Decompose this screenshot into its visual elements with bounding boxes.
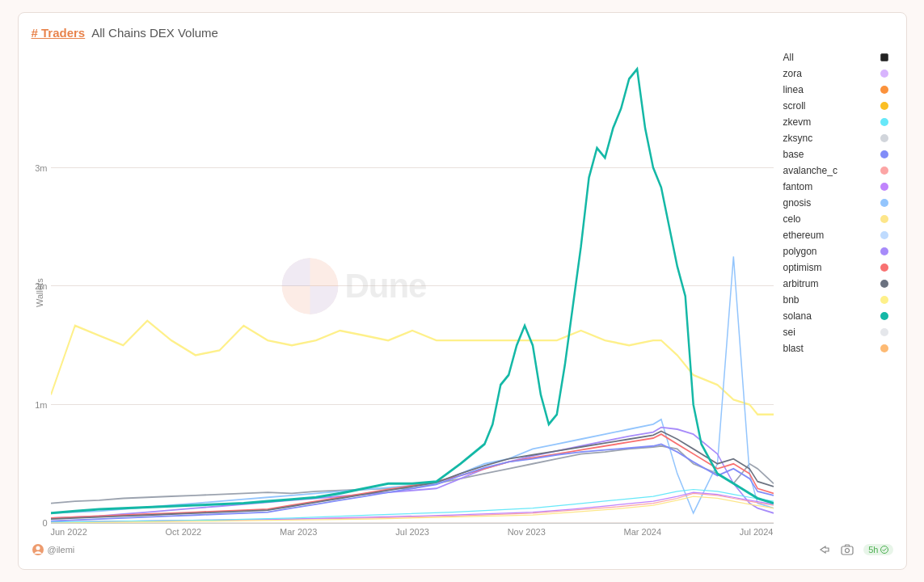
- legend-dot: [880, 247, 888, 255]
- legend-dot: [880, 183, 888, 191]
- legend-label: sei: [783, 327, 877, 338]
- legend-label: zora: [783, 68, 877, 79]
- legend-dot: [880, 70, 888, 78]
- legend-panel: Allzoralineascrollzkevmzksyncbaseavalanc…: [780, 49, 893, 537]
- chart-container: 3m 2m 1m 0: [51, 49, 774, 537]
- legend-dot: [880, 102, 888, 110]
- legend-item[interactable]: zkevm: [780, 114, 892, 130]
- x-tick: Mar 2024: [624, 527, 661, 537]
- chart-area: Wallets 3m 2m 1m 0: [32, 49, 893, 537]
- time-badge: 5h: [863, 544, 892, 555]
- svg-point-2: [36, 546, 40, 550]
- chart-inner: 3m 2m 1m 0: [51, 49, 774, 524]
- chart-svg: [51, 49, 774, 523]
- chart-title: All Chains DEX Volume: [91, 26, 218, 40]
- legend-label: zksync: [783, 133, 877, 144]
- y-tick-0: 0: [42, 518, 47, 528]
- x-axis: Jun 2022Oct 2022Mar 2023Jul 2023Nov 2023…: [51, 524, 774, 537]
- x-tick: Jun 2022: [51, 527, 87, 537]
- legend-item[interactable]: celo: [780, 211, 892, 227]
- legend-label: All: [783, 52, 877, 63]
- legend-dot: [880, 296, 888, 304]
- footer-left: @ilemi: [32, 543, 75, 556]
- legend-dot: [880, 280, 888, 288]
- legend-label: optimism: [783, 262, 877, 273]
- x-tick: Nov 2023: [508, 527, 546, 537]
- y-tick-3m: 3m: [35, 163, 47, 173]
- legend-dot: [880, 231, 888, 239]
- legend-label: solana: [783, 310, 877, 322]
- legend-item[interactable]: zora: [780, 65, 892, 82]
- x-tick: Oct 2022: [166, 527, 202, 537]
- legend-label: ethereum: [783, 230, 877, 241]
- legend-dot: [880, 312, 888, 320]
- check-icon: [880, 546, 888, 554]
- chart-header: # Traders All Chains DEX Volume: [32, 26, 893, 40]
- legend-dot: [880, 328, 888, 336]
- x-tick: Mar 2023: [280, 527, 317, 537]
- traders-link[interactable]: # Traders: [32, 26, 86, 40]
- legend-label: blast: [783, 343, 877, 354]
- x-tick: Jul 2023: [395, 527, 429, 537]
- legend-label: gnosis: [783, 197, 877, 209]
- legend-scroll[interactable]: Allzoralineascrollzkevmzksyncbaseavalanc…: [780, 49, 893, 537]
- legend-item[interactable]: zksync: [780, 130, 892, 146]
- legend-dot: [880, 150, 888, 158]
- legend-item[interactable]: All: [780, 49, 892, 65]
- camera-icon[interactable]: [841, 543, 854, 556]
- legend-dot: [880, 199, 888, 207]
- time-value: 5h: [868, 545, 878, 555]
- legend-dot: [880, 167, 888, 175]
- legend-dot: [880, 215, 888, 223]
- legend-dot: [880, 264, 888, 272]
- legend-item[interactable]: ethereum: [780, 227, 892, 243]
- y-axis-label: Wallets: [32, 49, 48, 537]
- legend-dot: [880, 344, 888, 352]
- legend-item[interactable]: base: [780, 146, 892, 162]
- footer-user: @ilemi: [48, 545, 75, 555]
- legend-label: celo: [783, 213, 877, 225]
- user-icon: [32, 543, 44, 556]
- legend-item[interactable]: fantom: [780, 179, 892, 195]
- legend-label: scroll: [783, 100, 877, 112]
- legend-dot: [880, 86, 888, 94]
- x-tick: Jul 2024: [740, 527, 774, 537]
- legend-item[interactable]: optimism: [780, 259, 892, 276]
- legend-item[interactable]: avalanche_c: [780, 162, 892, 179]
- footer-right: 5h: [818, 543, 892, 556]
- legend-label: avalanche_c: [783, 165, 877, 176]
- legend-label: arbitrum: [783, 278, 877, 289]
- chart-footer: @ilemi 5h: [32, 543, 893, 556]
- legend-label: linea: [783, 84, 877, 95]
- legend-item[interactable]: arbitrum: [780, 276, 892, 292]
- svg-point-4: [846, 549, 850, 553]
- y-tick-2m: 2m: [35, 281, 47, 291]
- legend-item[interactable]: blast: [780, 340, 892, 356]
- legend-dot: [880, 53, 888, 61]
- legend-item[interactable]: linea: [780, 82, 892, 98]
- legend-label: zkevm: [783, 116, 877, 128]
- legend-item[interactable]: polygon: [780, 243, 892, 259]
- legend-item[interactable]: scroll: [780, 98, 892, 114]
- share-icon[interactable]: [818, 543, 831, 556]
- legend-dot: [880, 118, 888, 126]
- legend-dot: [880, 134, 888, 142]
- legend-item[interactable]: sei: [780, 324, 892, 340]
- legend-item[interactable]: solana: [780, 308, 892, 324]
- svg-rect-3: [842, 546, 853, 555]
- legend-label: bnb: [783, 294, 877, 306]
- legend-label: base: [783, 149, 877, 160]
- y-tick-1m: 1m: [35, 400, 47, 410]
- legend-label: fantom: [783, 181, 877, 192]
- legend-label: polygon: [783, 246, 877, 257]
- legend-item[interactable]: bnb: [780, 292, 892, 308]
- chart-card: # Traders All Chains DEX Volume Wallets …: [18, 12, 907, 570]
- legend-item[interactable]: gnosis: [780, 195, 892, 211]
